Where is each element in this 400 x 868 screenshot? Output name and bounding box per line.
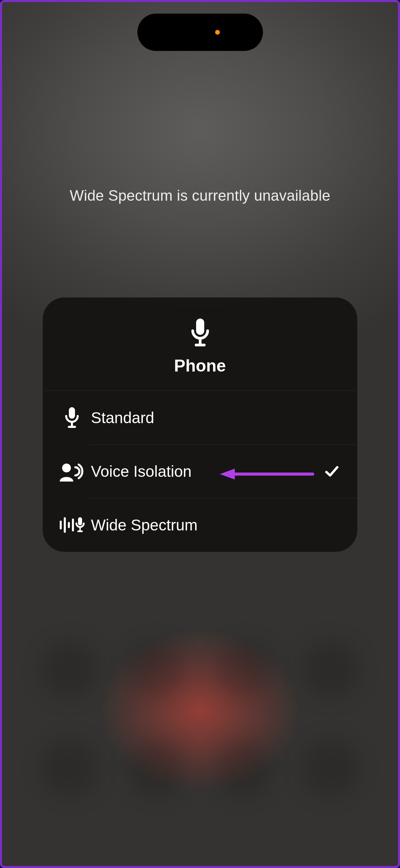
dynamic-island — [137, 14, 263, 51]
option-label: Wide Spectrum — [89, 516, 323, 534]
svg-rect-3 — [69, 407, 75, 419]
svg-point-6 — [62, 464, 71, 472]
svg-rect-11 — [78, 517, 82, 525]
option-label: Standard — [89, 409, 323, 427]
mic-icon — [55, 406, 89, 429]
mic-icon — [189, 318, 211, 348]
panel-header: Phone — [43, 297, 357, 391]
mic-mode-option-wide-spectrum[interactable]: Wide Spectrum — [43, 498, 357, 552]
person-voice-icon — [55, 460, 89, 482]
waveform-mic-icon — [55, 514, 89, 536]
mic-mode-panel: Phone Standard — [43, 297, 357, 552]
bg-tiles-row — [2, 640, 398, 698]
svg-rect-4 — [71, 422, 73, 426]
svg-rect-13 — [77, 530, 83, 532]
panel-app-name: Phone — [43, 356, 357, 376]
checkmark-icon — [323, 463, 340, 480]
bg-tiles-row — [2, 739, 398, 797]
mic-mode-option-standard[interactable]: Standard — [43, 391, 357, 445]
mic-indicator-dot — [215, 30, 220, 35]
svg-rect-0 — [196, 319, 204, 335]
svg-rect-7 — [60, 521, 62, 529]
svg-rect-12 — [79, 527, 81, 531]
status-message: Wide Spectrum is currently unavailable — [2, 187, 398, 204]
svg-rect-1 — [199, 338, 202, 344]
device-frame: Wide Spectrum is currently unavailable P… — [0, 0, 400, 868]
svg-rect-5 — [68, 426, 76, 428]
svg-rect-9 — [68, 522, 70, 528]
svg-rect-10 — [72, 519, 74, 531]
svg-rect-2 — [195, 344, 206, 346]
svg-rect-8 — [64, 517, 66, 533]
mic-mode-option-voice-isolation[interactable]: Voice Isolation — [43, 445, 357, 498]
option-label: Voice Isolation — [89, 462, 323, 481]
